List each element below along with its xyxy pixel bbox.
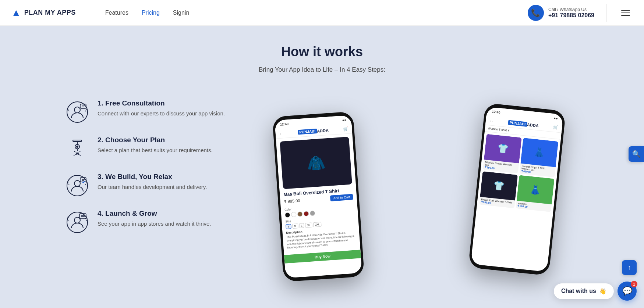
phone-label: Call / WhatsApp Us xyxy=(548,7,594,12)
size-l[interactable]: L xyxy=(299,223,304,228)
step-1-icon xyxy=(64,99,90,125)
step-4: 4. Launch & Grow See your app in app sto… xyxy=(64,209,248,235)
product-card-4: 👗 Women ... ₹ 599.00 xyxy=(516,175,555,212)
product-img-2: 👗 xyxy=(520,138,558,167)
size-m[interactable]: M xyxy=(292,223,298,229)
nav-signin[interactable]: Signin xyxy=(173,10,189,16)
step-1-text: 1. Free Consultation Connect with our ex… xyxy=(98,99,225,118)
step-4-text: 4. Launch & Grow See your app in app sto… xyxy=(98,209,211,228)
step-3-title: 3. We Build, You Relax xyxy=(98,173,207,181)
hamburger-menu[interactable] xyxy=(618,7,633,19)
swatch-white[interactable] xyxy=(291,212,297,217)
content-layout: 1. Free Consultation Connect with our ex… xyxy=(64,96,580,287)
step-3: 3. We Build, You Relax Our team handles … xyxy=(64,173,248,198)
logo-text: PLAN MY APPS xyxy=(24,9,76,17)
logo-icon: ▲ xyxy=(11,7,21,19)
section-subtitle: Bring Your App Idea to Life – In 4 Easy … xyxy=(22,66,622,74)
step-2-desc: Select a plan that best suits your requi… xyxy=(98,146,213,155)
svg-point-12 xyxy=(67,175,88,196)
step-1: 1. Free Consultation Connect with our ex… xyxy=(64,99,248,125)
phone-front: 12:49 ●● ← PUNJABI ADDA 🛒 🧥 Maa Boli Ove xyxy=(272,111,365,282)
section-title: How it works xyxy=(22,44,622,60)
phone-front-screen: 12:49 ●● ← PUNJABI ADDA 🛒 🧥 Maa Boli Ove xyxy=(275,115,362,278)
swatch-black[interactable] xyxy=(285,212,290,218)
chat-widget: Chat with us 👋 💬 1 xyxy=(554,282,637,301)
svg-rect-14 xyxy=(80,178,86,182)
step-4-desc: See your app in app stores and watch it … xyxy=(98,220,211,228)
step-4-icon xyxy=(64,209,90,235)
size-xl[interactable]: XL xyxy=(305,222,312,228)
size-s[interactable]: S xyxy=(286,224,291,229)
chat-badge: 1 xyxy=(631,281,637,287)
phone-back-screen: 12:40 ●● ← PUNJABI ADDA 🛒 Women T-shirt … xyxy=(471,107,563,272)
step-3-text: 3. We Build, You Relax Our team handles … xyxy=(98,173,207,191)
menu-line-3 xyxy=(621,15,630,16)
step-3-desc: Our team handles development and deliver… xyxy=(98,183,207,191)
step-2-icon xyxy=(64,136,90,162)
product-card-1: 👕 Nirbhau Nirvair Women Top... ₹ 699.00 xyxy=(483,134,522,173)
phone-area: 📞 Call / WhatsApp Us +91 79885 02069 xyxy=(528,5,594,21)
chat-emoji: 👋 xyxy=(599,288,606,295)
swatch-maroon[interactable] xyxy=(304,211,309,216)
phone-icon: 📞 xyxy=(528,5,544,21)
scroll-top-button[interactable]: ↑ xyxy=(622,260,637,275)
swatch-gray[interactable] xyxy=(310,211,315,216)
product-card-2: 👗 Bhagat Singh T Shirt Women W... ₹ 699.… xyxy=(519,138,558,177)
step-4-title: 4. Launch & Grow xyxy=(98,209,211,218)
side-search-button[interactable]: 🔍 xyxy=(629,146,644,162)
svg-point-11 xyxy=(76,146,78,148)
phone-number: +91 79885 02069 xyxy=(548,12,594,19)
nav-features[interactable]: Features xyxy=(105,10,128,16)
nav-pricing[interactable]: Pricing xyxy=(142,10,160,16)
product-img-4: 👗 xyxy=(517,175,555,204)
header-right: 📞 Call / WhatsApp Us +91 79885 02069 xyxy=(528,4,633,22)
svg-point-1 xyxy=(74,107,80,113)
header: ▲ PLAN MY APPS Features Pricing Signin 📞… xyxy=(0,0,644,26)
chat-label: Chat with us xyxy=(561,288,596,294)
scroll-top-icon: ↑ xyxy=(628,264,631,272)
step-1-title: 1. Free Consultation xyxy=(98,99,225,107)
step-2-text: 2. Choose Your Plan Select a plan that b… xyxy=(98,136,213,155)
menu-line-2 xyxy=(621,12,630,13)
product-card-3: 👕 Brown Kudi Women T-Shirt ₹ 999.00 xyxy=(479,171,518,208)
detail-price: ₹ 995.00 xyxy=(284,198,300,204)
side-search-icon: 🔍 xyxy=(632,150,640,158)
add-to-cart-btn[interactable]: Add to Cart xyxy=(330,194,353,201)
svg-rect-6 xyxy=(73,140,82,142)
header-divider xyxy=(606,4,606,22)
chat-open-button[interactable]: 💬 1 xyxy=(618,282,637,301)
svg-rect-2 xyxy=(80,104,86,108)
phone-text: Call / WhatsApp Us +91 79885 02069 xyxy=(548,7,594,19)
product-img-3: 👕 xyxy=(480,171,518,201)
svg-point-0 xyxy=(67,102,88,122)
size-2xl[interactable]: 2XL xyxy=(313,222,322,228)
menu-line-1 xyxy=(621,10,630,11)
product-img-1: 👕 xyxy=(484,134,522,164)
phone-back: 12:40 ●● ← PUNJABI ADDA 🛒 Women T-shirt … xyxy=(468,103,566,276)
detail-image: 🧥 xyxy=(280,137,352,189)
chat-bubble[interactable]: Chat with us 👋 xyxy=(554,283,614,299)
product-grid: 👕 Nirbhau Nirvair Women Top... ₹ 699.00 … xyxy=(477,132,561,215)
steps-column: 1. Free Consultation Connect with our ex… xyxy=(64,96,248,235)
step-3-icon xyxy=(64,173,90,198)
main-content: How it works Bring Your App Idea to Life… xyxy=(0,26,644,308)
product-detail: 🧥 Maa Boli Oversized T Shirt ₹ 995.00 Ad… xyxy=(276,133,360,253)
main-nav: Features Pricing Signin xyxy=(105,10,190,16)
step-2: 2. Choose Your Plan Select a plan that b… xyxy=(64,136,248,162)
svg-point-13 xyxy=(74,180,80,186)
step-1-desc: Connect with our experts to discuss your… xyxy=(98,110,225,118)
step-2-title: 2. Choose Your Plan xyxy=(98,136,213,144)
logo[interactable]: ▲ PLAN MY APPS xyxy=(11,7,76,19)
phones-illustration: 12:40 ●● ← PUNJABI ADDA 🛒 Women T-shirt … xyxy=(248,96,580,287)
swatch-brown[interactable] xyxy=(297,211,303,217)
